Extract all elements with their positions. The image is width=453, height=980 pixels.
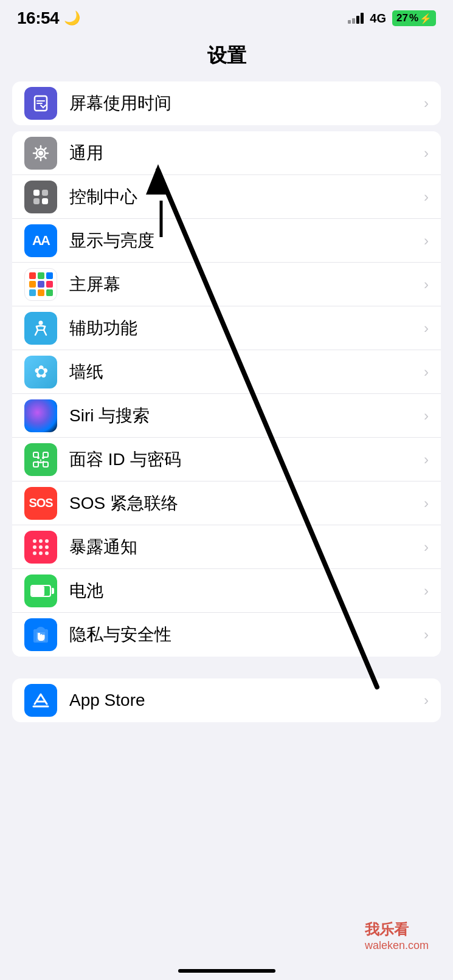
svg-point-22 (45, 545, 49, 549)
status-bar: 16:54 🌙 4G 27% ⚡ (0, 0, 453, 33)
main-settings-section: 通用 › 控制中心 › AA 显示与亮度 › (12, 131, 441, 657)
appstore-label: App Store (69, 691, 418, 710)
row-screen-time[interactable]: 屏幕使用时间 › (12, 81, 441, 125)
row-accessibility[interactable]: 辅助功能 › (12, 306, 441, 350)
battery-status: 27% ⚡ (392, 10, 436, 26)
control-center-icon (24, 181, 57, 213)
svg-point-18 (39, 539, 43, 543)
row-sos[interactable]: SOS SOS 紧急联络 › (12, 481, 441, 525)
wallpaper-label: 墙纸 (69, 361, 418, 384)
display-label: 显示与亮度 (69, 229, 418, 252)
row-siri[interactable]: Siri 与搜索 › (12, 394, 441, 438)
network-type: 4G (370, 12, 386, 26)
svg-point-23 (33, 551, 36, 555)
svg-point-14 (37, 457, 40, 459)
faceid-chevron: › (424, 451, 429, 468)
screen-time-label: 屏幕使用时间 (69, 92, 418, 115)
row-wallpaper[interactable]: ✿ 墙纸 › (12, 350, 441, 394)
wallpaper-chevron: › (424, 364, 429, 381)
siri-icon (24, 399, 57, 432)
status-right: 4G 27% ⚡ (348, 10, 436, 26)
home-screen-chevron: › (424, 276, 429, 293)
row-faceid[interactable]: 面容 ID 与密码 › (12, 438, 441, 481)
accessibility-label: 辅助功能 (69, 317, 418, 340)
svg-rect-13 (43, 462, 48, 467)
row-battery[interactable]: 电池 › (12, 569, 441, 613)
general-label: 通用 (69, 142, 418, 165)
row-control-center[interactable]: 控制中心 › (12, 175, 441, 219)
home-screen-icon (24, 268, 57, 301)
svg-rect-7 (33, 198, 40, 204)
control-center-label: 控制中心 (69, 185, 418, 209)
battery-chevron: › (424, 582, 429, 599)
watermark: 我乐看 waleken.com (365, 920, 429, 952)
battery-label: 电池 (69, 579, 418, 602)
accessibility-icon (24, 312, 57, 345)
row-privacy[interactable]: 隐私与安全性 › (12, 613, 441, 657)
signal-icon (348, 13, 364, 24)
privacy-label: 隐私与安全性 (69, 623, 418, 646)
screen-time-icon (24, 87, 57, 120)
svg-point-15 (42, 457, 44, 459)
svg-point-24 (39, 551, 43, 555)
svg-point-20 (33, 545, 36, 549)
sos-icon: SOS (24, 487, 57, 520)
siri-chevron: › (424, 407, 429, 424)
wallpaper-icon: ✿ (24, 356, 57, 388)
section-partial: 屏幕使用时间 › (12, 81, 441, 125)
display-icon: AA (24, 224, 57, 257)
display-chevron: › (424, 232, 429, 249)
home-screen-label: 主屏幕 (69, 273, 418, 296)
appstore-chevron: › (424, 692, 429, 709)
faceid-icon (24, 443, 57, 476)
row-exposure[interactable]: 暴露通知 › (12, 525, 441, 569)
accessibility-chevron: › (424, 320, 429, 337)
svg-point-21 (39, 545, 43, 549)
svg-rect-6 (42, 190, 48, 196)
status-time: 16:54 (17, 9, 59, 28)
home-indicator (178, 969, 275, 973)
row-display[interactable]: AA 显示与亮度 › (12, 219, 441, 263)
svg-point-3 (38, 151, 43, 156)
chevron-icon: › (424, 95, 429, 112)
control-center-chevron: › (424, 188, 429, 205)
page-title: 设置 (0, 33, 453, 81)
svg-point-17 (33, 539, 36, 543)
privacy-chevron: › (424, 626, 429, 643)
row-appstore[interactable]: App Store › (12, 678, 441, 722)
svg-rect-8 (42, 198, 48, 204)
exposure-label: 暴露通知 (69, 536, 418, 559)
svg-rect-26 (38, 633, 40, 634)
svg-rect-12 (33, 462, 38, 467)
siri-label: Siri 与搜索 (69, 404, 418, 427)
svg-point-19 (45, 539, 49, 543)
exposure-chevron: › (424, 539, 429, 556)
exposure-icon (24, 531, 57, 564)
appstore-section: App Store › (12, 678, 441, 722)
battery-icon (24, 575, 57, 607)
svg-rect-5 (33, 190, 40, 196)
faceid-label: 面容 ID 与密码 (69, 448, 418, 471)
privacy-icon (24, 618, 57, 651)
appstore-icon (24, 684, 57, 717)
moon-icon: 🌙 (64, 10, 80, 26)
general-chevron: › (424, 145, 429, 162)
svg-point-25 (45, 551, 49, 555)
sos-label: SOS 紧急联络 (69, 492, 418, 515)
svg-rect-10 (33, 452, 38, 457)
svg-rect-11 (43, 452, 48, 457)
row-home-screen[interactable]: 主屏幕 › (12, 263, 441, 306)
row-general[interactable]: 通用 › (12, 131, 441, 175)
general-icon (24, 137, 57, 170)
svg-point-9 (39, 320, 43, 325)
sos-chevron: › (424, 495, 429, 512)
